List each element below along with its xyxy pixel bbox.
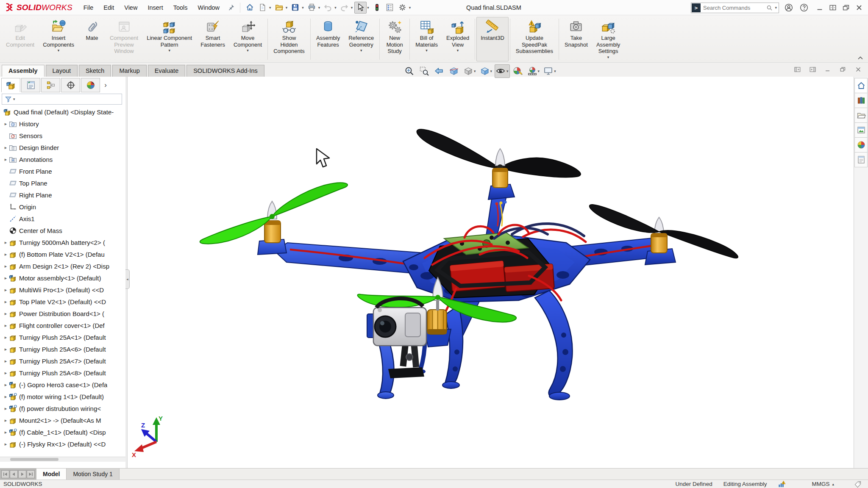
taskpane-appearances-scenes-button[interactable]	[854, 137, 868, 152]
collapse-ribbon-button[interactable]	[856, 55, 865, 61]
tree-item-annotations[interactable]: ▸Annotations	[0, 153, 125, 165]
panel-tab-featuremanager-design-tree[interactable]	[1, 78, 20, 92]
take-snapshot-button[interactable]: Take Snapshot	[560, 17, 592, 61]
taskpane-design-library-button[interactable]	[854, 93, 868, 108]
search-dropdown[interactable]: ▾	[775, 6, 778, 10]
tree-item-sensors[interactable]: Sensors	[0, 130, 125, 141]
expand-arrow-icon[interactable]: ▸	[3, 145, 9, 150]
zoom-to-fit-button[interactable]	[403, 64, 416, 78]
tab-evaluate[interactable]: Evaluate	[148, 65, 185, 77]
expand-arrow-icon[interactable]: ▸	[3, 157, 9, 162]
edit-component-button[interactable]: Edit Component	[2, 17, 39, 61]
expand-arrow-icon[interactable]: ▸	[3, 441, 9, 447]
undo-dropdown-icon[interactable]: ▾	[334, 6, 338, 10]
tag-icon[interactable]	[854, 480, 862, 488]
options-dropdown-icon[interactable]: ▾	[409, 6, 412, 10]
tree-item-multiwii-pro-1-default-d[interactable]: ▸MultiWii Pro<1> (Default) <<D	[0, 284, 125, 296]
expand-arrow-icon[interactable]: ▸	[3, 406, 9, 411]
dropdown-icon[interactable]: ▾	[58, 48, 60, 53]
expand-arrow-icon[interactable]: ▸	[3, 263, 9, 269]
doc-close-button[interactable]	[854, 65, 863, 74]
tab-model[interactable]: Model	[36, 469, 67, 480]
hide-show-items-button[interactable]: ▾	[495, 64, 510, 78]
tree-item-f-bottom-plate-v2-1-defau[interactable]: ▸(f) Bottom Plate V2<1> (Defau	[0, 248, 125, 260]
tab-assembly[interactable]: Assembly	[2, 65, 45, 77]
dropdown-icon[interactable]: ▾	[474, 69, 476, 73]
panel-tab-dimxpertmanager[interactable]	[61, 78, 80, 92]
split-panes-button[interactable]	[827, 2, 838, 13]
dropdown-icon[interactable]: ▾	[538, 69, 540, 73]
select-button[interactable]	[354, 2, 367, 14]
panel-tab-displaymanager[interactable]	[81, 78, 100, 92]
expand-arrow-icon[interactable]: ▸	[3, 323, 9, 328]
tab-motion-study-1[interactable]: Motion Study 1	[67, 469, 119, 480]
redo-dropdown-icon[interactable]: ▾	[351, 6, 354, 10]
login-user-icon[interactable]	[783, 2, 794, 13]
dropdown-icon[interactable]: ▾	[360, 48, 362, 53]
home-button[interactable]	[244, 2, 256, 14]
tab-markup[interactable]: Markup	[112, 65, 146, 77]
expand-arrow-icon[interactable]: ▸	[3, 430, 9, 435]
expand-arrow-icon[interactable]: ▸	[3, 347, 9, 352]
edit-appearance-button[interactable]	[511, 64, 525, 78]
dropdown-icon[interactable]: ▾	[168, 48, 170, 53]
tree-item-f-cable-1-1-default-disp[interactable]: ▸(f) Cable_1<1> (Default) <Disp	[0, 426, 125, 438]
expand-arrow-icon[interactable]: ▸	[3, 382, 9, 388]
tree-horizontal-scrollbar[interactable]	[0, 457, 125, 462]
taskpane-view-palette-button[interactable]	[854, 122, 868, 138]
assembly-features-button[interactable]: Assembly Features	[312, 17, 344, 61]
expand-arrow-icon[interactable]: ▸	[3, 252, 9, 257]
linear-component-pattern-button[interactable]: Linear Component Pattern▾	[142, 17, 196, 61]
open-button[interactable]	[273, 2, 285, 14]
expand-arrow-icon[interactable]: ▸	[3, 370, 9, 376]
expand-arrow-icon[interactable]: ▸	[3, 240, 9, 245]
collapse-pane-right-icon[interactable]	[808, 65, 817, 74]
minimize-button[interactable]	[814, 2, 825, 13]
panel-tab-configurationmanager[interactable]	[41, 78, 60, 92]
tree-item-f-motor-wiring-1-1-default[interactable]: ▸(f) motor wiring 1<1> (Default)	[0, 391, 125, 402]
rebuild-traffic-light-button[interactable]	[371, 2, 383, 14]
menu-insert[interactable]: Insert	[142, 1, 168, 14]
taskpane-custom-properties-button[interactable]	[854, 152, 868, 167]
new-motion-study-button[interactable]: New Motion Study	[381, 17, 408, 61]
close-button[interactable]	[853, 2, 865, 13]
dropdown-icon[interactable]: ▾	[607, 55, 609, 59]
tree-item-turnigy-5000mah-battery-2[interactable]: ▸Turnigy 5000mAh battery<2> (	[0, 236, 125, 248]
expand-arrow-icon[interactable]: ▸	[3, 335, 9, 340]
save-button[interactable]	[289, 2, 301, 14]
collapse-pane-left-icon[interactable]	[793, 65, 802, 74]
section-view-button[interactable]	[447, 64, 461, 78]
tree-item-turnigy-plush-25a-6-default[interactable]: ▸Turnigy Plush 25A<6> (Default	[0, 343, 125, 355]
move-component-button[interactable]: Move Component▾	[229, 17, 266, 61]
panel-collapse-grip[interactable]: ◂	[125, 269, 130, 289]
help-icon[interactable]	[798, 2, 810, 13]
tree-item-top-plate-v2-1-default-d[interactable]: ▸Top Plate V2<1> (Default) <<D	[0, 296, 125, 308]
instant3d-button[interactable]: Instant3D	[476, 17, 509, 61]
tab-layout[interactable]: Layout	[46, 65, 78, 77]
dropdown-icon[interactable]: ▾	[554, 69, 556, 73]
menu-tools[interactable]: Tools	[168, 1, 193, 14]
tree-item-power-distribution-board-1[interactable]: ▸Power Distribution Board<1> (	[0, 308, 125, 319]
tree-item-turnigy-plush-25a-7-default[interactable]: ▸Turnigy Plush 25A<7> (Default	[0, 355, 125, 367]
menu-file[interactable]: File	[78, 1, 98, 14]
search-input[interactable]	[702, 4, 764, 11]
menu-window[interactable]: Window	[193, 1, 225, 14]
expand-arrow-icon[interactable]: ▸	[3, 394, 9, 399]
tree-item-front-plane[interactable]: Front Plane	[0, 165, 125, 177]
save-dropdown-icon[interactable]: ▾	[302, 6, 305, 10]
previous-tab-button[interactable]	[10, 470, 18, 478]
tree-filter-box[interactable]: ▾	[2, 94, 122, 105]
tree-item-arm-design-2-1-rev-2-disp[interactable]: ▸Arm Design 2<1> (Rev 2) <Disp	[0, 260, 125, 272]
apply-scene-button[interactable]: ▾	[526, 64, 541, 78]
dropdown-icon[interactable]: ▾	[247, 48, 249, 53]
undo-button[interactable]	[322, 2, 334, 14]
options-button[interactable]	[396, 2, 409, 14]
expand-arrow-icon[interactable]: ▸	[3, 121, 9, 127]
tree-item-mount2-1-default-as-m[interactable]: ▸Mount2<1> -> (Default<As M	[0, 414, 125, 426]
expand-panel-tabs-icon[interactable]: ›	[101, 78, 110, 92]
next-tab-button[interactable]	[18, 470, 26, 478]
display-style-button[interactable]: ▾	[479, 64, 494, 78]
view-orientation-button[interactable]: ▾	[462, 64, 477, 78]
tree-item-design-binder[interactable]: ▸Design Binder	[0, 141, 125, 153]
tree-item-motor-assembly-1-default[interactable]: ▸Motor assembly<1> (Default)	[0, 272, 125, 284]
